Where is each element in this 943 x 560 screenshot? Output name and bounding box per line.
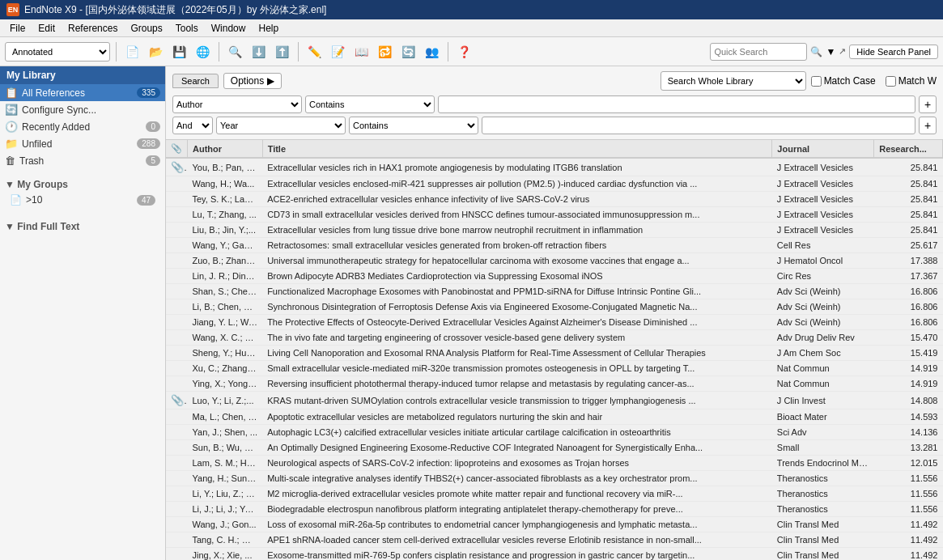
table-row[interactable]: Li, Y.; Liu, Z.; S...M2 microglia-derive… [166, 486, 943, 502]
add-search-row-2-btn[interactable]: + [919, 117, 937, 134]
table-row[interactable]: Ma, L.; Chen, C...Apoptotic extracellula… [166, 409, 943, 425]
import-btn[interactable]: ⬇️ [248, 43, 269, 61]
attach-icon: 📎 [171, 161, 188, 173]
menu-references[interactable]: References [62, 21, 124, 36]
table-row[interactable]: 📎You, B.; Pan, S....Extracellular vesicl… [166, 158, 943, 176]
online-search-btn[interactable]: 🔍 [225, 43, 245, 61]
cell-title-8: Functionalized Macrophage Exosomes with … [262, 284, 772, 299]
save-btn[interactable]: 💾 [169, 43, 189, 61]
cell-journal-9: Adv Sci (Weinh) [772, 299, 874, 315]
menu-window[interactable]: Window [205, 21, 253, 36]
search-and-select[interactable]: And Or Not [172, 117, 213, 134]
table-row[interactable]: Tey, S. K.; Lam...ACE2-enriched extracel… [166, 192, 943, 207]
sidebar-item-unfiled[interactable]: 📁 Unfiled 288 [0, 135, 165, 152]
sidebar-item-all-references[interactable]: 📋 All References 335 [0, 84, 165, 101]
col-header-journal[interactable]: Journal [772, 140, 874, 158]
table-row[interactable]: Li, B.; Chen, X....Synchronous Disintegr… [166, 299, 943, 315]
table-row[interactable]: Wang, Y.; Gao,...Retractosomes: small ex… [166, 238, 943, 253]
share-btn[interactable]: 🌐 [193, 43, 213, 61]
sidebar-item-recently-added[interactable]: 🕐 Recently Added 0 [0, 118, 165, 135]
cell-title-13: Small extracellular vesicle-mediated miR… [262, 361, 772, 376]
results-table-container[interactable]: 📎 Author Title Journal Research... 📎You,… [166, 140, 943, 560]
unfiled-label: Unfiled [22, 138, 52, 150]
cell-research-22: 11.556 [874, 502, 943, 517]
insert-citation-btn[interactable]: 📝 [328, 43, 348, 61]
search-whole-library-select[interactable]: Search Whole Library Search Current Libr… [661, 71, 806, 91]
menu-file[interactable]: File [3, 21, 32, 36]
table-row[interactable]: Lin, J. R.; Ding...Brown Adipocyte ADRB3… [166, 269, 943, 284]
quick-search-input[interactable] [710, 43, 807, 61]
table-row[interactable]: Jiang, Y. L.; Wa...The Protective Effect… [166, 315, 943, 330]
menu-edit[interactable]: Edit [32, 21, 62, 36]
search-value-2[interactable] [482, 117, 915, 134]
table-row[interactable]: Ying, X.; Yong, T.;...Reversing insuffic… [166, 376, 943, 392]
table-row[interactable]: Yang, H.; Sun, ...Multi-scale integrativ… [166, 471, 943, 486]
table-row[interactable]: Xu, C.; Zhang, ...Small extracellular ve… [166, 361, 943, 376]
table-row[interactable]: Zuo, B.; Zhang...Universal immunotherape… [166, 253, 943, 269]
annotated-select[interactable]: Annotated Generic None [5, 42, 110, 62]
table-row[interactable]: Lu, T.; Zhang, ...CD73 in small extracel… [166, 207, 943, 223]
table-row[interactable]: Liu, B.; Jin, Y.;...Extracellular vesicl… [166, 223, 943, 238]
table-row[interactable]: Lam, S. M.; Hu...Neurological aspects of… [166, 456, 943, 471]
table-row[interactable]: Yan, J.; Shen, ...Autophagic LC3(+) calc… [166, 425, 943, 440]
col-header-attach[interactable]: 📎 [166, 140, 188, 158]
match-case-label[interactable]: Match Case [811, 75, 876, 87]
menu-groups[interactable]: Groups [124, 21, 168, 36]
match-w-label[interactable]: Match W [886, 75, 937, 87]
quick-search-icon[interactable]: 🔍 [810, 46, 822, 57]
table-row[interactable]: 📎Luo, Y.; Li, Z.;...KRAS mutant-driven S… [166, 392, 943, 409]
hide-search-panel-btn[interactable]: Hide Search Panel [849, 45, 938, 59]
title-bar-text: EndNote X9 - [国内外泌体领域进展（2022年05月）by 外泌体之… [24, 3, 326, 17]
col-header-title[interactable]: Title [262, 140, 772, 158]
expand-groups-icon[interactable]: ▼ [5, 179, 17, 190]
table-row[interactable]: Wang, X. C.; Zh...The in vivo fate and t… [166, 330, 943, 346]
recently-added-label: Recently Added [22, 121, 90, 133]
menu-tools[interactable]: Tools [169, 21, 205, 36]
cell-research-9: 16.806 [874, 299, 943, 315]
table-row[interactable]: Li, J.; Li, J.; Yao...Biodegradable elec… [166, 502, 943, 517]
table-row[interactable]: Wang, J.; Gon...Loss of exosomal miR-26a… [166, 517, 943, 532]
expand-fft-icon[interactable]: ▼ [5, 221, 17, 232]
sidebar-spacer-2 [0, 208, 165, 218]
open-library-btn[interactable]: 📂 [146, 43, 166, 61]
new-reference-btn[interactable]: 📄 [122, 43, 142, 61]
sidebar-item-configure-sync[interactable]: 🔄 Configure Sync... [0, 101, 165, 118]
cell-journal-11: Adv Drug Deliv Rev [772, 330, 874, 346]
options-btn[interactable]: Options ▶ [223, 73, 282, 89]
search-field-1[interactable]: Author Title Year Journal Any Field [172, 95, 302, 113]
cell-attach-2 [166, 192, 188, 207]
table-row[interactable]: Jing, X.; Xie, ...Exosome-transmitted mi… [166, 548, 943, 561]
find-duplicates-btn[interactable]: 🔂 [375, 43, 395, 61]
table-row[interactable]: Shan, S.; Chen...Functionalized Macropha… [166, 284, 943, 299]
help-btn[interactable]: ❓ [454, 43, 474, 61]
search-field-2[interactable]: Author Title Year Journal Any Field [216, 117, 346, 134]
cell-research-13: 14.919 [874, 361, 943, 376]
table-row[interactable]: Sheng, Y.; Hua...Living Cell Nanoporatio… [166, 346, 943, 361]
cell-journal-20: Theranostics [772, 471, 874, 486]
table-row[interactable]: Wang, H.; Wa...Extracellular vesicles en… [166, 176, 943, 192]
col-header-author[interactable]: Author [188, 140, 263, 158]
sidebar-item-gt10[interactable]: 📄 >10 47 [0, 192, 165, 208]
format-bibliography-btn[interactable]: 📖 [351, 43, 372, 61]
table-row[interactable]: Tang, C. H.; Qi...APE1 shRNA-loaded canc… [166, 532, 943, 548]
cell-title-11: The in vivo fate and targeting engineeri… [262, 330, 772, 346]
match-case-checkbox[interactable] [811, 76, 822, 87]
search-condition-1[interactable]: Contains Does Not Contain Is Is Not [305, 95, 435, 113]
edit-reference-btn[interactable]: ✏️ [304, 43, 325, 61]
sidebar-item-trash[interactable]: 🗑 Trash 5 [0, 152, 165, 169]
add-search-row-1-btn[interactable]: + [919, 95, 937, 113]
col-header-research[interactable]: Research... [874, 140, 943, 158]
search-condition-2[interactable]: Contains Does Not Contain Is Is Not [349, 117, 478, 134]
groups-btn[interactable]: 👥 [422, 43, 442, 61]
search-tab[interactable]: Search [172, 74, 219, 88]
match-w-checkbox[interactable] [886, 76, 896, 87]
menu-help[interactable]: Help [252, 21, 285, 36]
quick-search-arrow[interactable]: ▼ [826, 46, 835, 57]
export-btn[interactable]: ⬆️ [272, 43, 292, 61]
sync-btn[interactable]: 🔄 [398, 43, 418, 61]
cell-journal-0: J Extracell Vesicles [772, 158, 874, 176]
toolbar-sep-2 [219, 42, 219, 62]
cell-attach-24 [166, 532, 188, 548]
search-value-1[interactable] [438, 95, 915, 113]
table-row[interactable]: Sun, B.; Wu, F....An Optimally Designed … [166, 440, 943, 456]
